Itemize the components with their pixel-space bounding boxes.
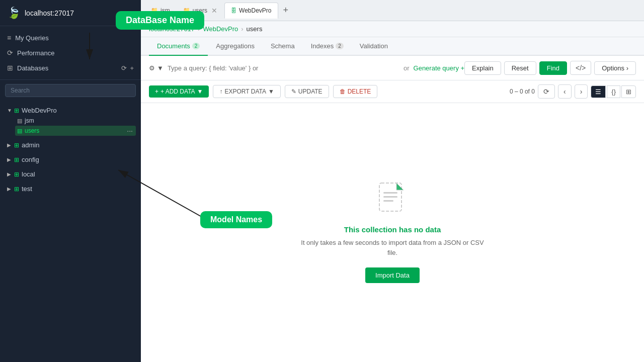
database-local-header[interactable]: ▶ ⊞ local — [5, 169, 136, 179]
query-input[interactable] — [168, 64, 404, 72]
breadcrumb-separator: › — [241, 25, 243, 33]
refresh-databases-icon[interactable]: ⟳ — [121, 64, 127, 72]
prev-page-button[interactable]: ‹ — [558, 84, 572, 99]
reset-button[interactable]: Reset — [504, 61, 536, 75]
databases-icon: ⊞ — [7, 64, 13, 72]
tab-aggregations[interactable]: Aggregations — [208, 37, 263, 56]
database-icon: ⊞ — [14, 142, 19, 149]
view-mode-buttons: ☰ {} ⊞ — [591, 85, 636, 98]
database-icon: ⊞ — [14, 107, 19, 114]
trash-icon: 🗑 — [340, 88, 346, 95]
collection-name-label: jsm — [25, 117, 34, 124]
tab-indexes[interactable]: Indexes 2 — [303, 37, 352, 56]
collection-options-icon[interactable]: ··· — [127, 127, 133, 135]
sidebar-navigation: ≡ My Queries ⟳ Performance ⊞ Databases ⟳… — [0, 26, 141, 80]
generate-query-link[interactable]: Generate query + — [414, 64, 465, 72]
connection-title: localhost:27017 — [25, 9, 126, 17]
delete-button[interactable]: 🗑 DELETE — [333, 85, 378, 98]
tab-webdevpro[interactable]: 🗄 WebDevPro — [224, 3, 278, 19]
database-test: ▶ ⊞ test — [0, 182, 141, 196]
new-tab-button[interactable]: + — [279, 5, 293, 16]
database-name-label: local — [22, 170, 35, 178]
plus-icon: + — [155, 88, 158, 95]
sidebar-item-label: Performance — [17, 49, 54, 57]
data-toolbar: + + ADD DATA ▼ ↑ EXPORT DATA ▼ ✎ UPDATE … — [141, 80, 644, 103]
indexes-badge: 2 — [336, 43, 344, 49]
database-admin-header[interactable]: ▶ ⊞ admin — [5, 140, 136, 150]
explain-button[interactable]: Explain — [464, 61, 501, 75]
empty-state: This collection has no data It only take… — [141, 103, 644, 362]
query-action-buttons: Explain Reset Find </> Options › — [464, 61, 636, 75]
database-test-header[interactable]: ▶ ⊞ test — [5, 184, 136, 194]
export-icon: ↑ — [219, 88, 222, 95]
filter-toggle-button[interactable]: ⚙ ▼ — [149, 64, 164, 72]
tab-validation[interactable]: Validation — [352, 37, 396, 56]
search-input[interactable] — [5, 84, 136, 97]
code-view-button[interactable]: </> — [570, 61, 591, 75]
sidebar-search-container — [0, 80, 141, 101]
tab-close-icon[interactable]: ✕ — [211, 7, 217, 15]
svg-rect-8 — [383, 196, 397, 198]
json-view-button[interactable]: {} — [607, 85, 620, 98]
tab-schema-label: Schema — [271, 42, 295, 50]
sidebar-item-databases[interactable]: ⊞ Databases ⟳ + — [0, 60, 141, 75]
data-toolbar-left: + + ADD DATA ▼ ↑ EXPORT DATA ▼ ✎ UPDATE … — [149, 85, 377, 98]
update-label: UPDATE — [298, 88, 323, 95]
database-config: ▶ ⊞ config — [0, 152, 141, 167]
tab-label: WebDevPro — [239, 7, 271, 14]
tab-indexes-label: Indexes — [311, 42, 334, 50]
list-view-button[interactable]: ☰ — [591, 85, 606, 98]
database-icon: ⊞ — [14, 171, 19, 178]
query-or-label: or — [404, 64, 410, 72]
database-icon: ⊞ — [14, 156, 19, 163]
performance-icon: ⟳ — [7, 49, 13, 57]
pagination-info: 0 – 0 of 0 — [510, 88, 535, 95]
tab-documents[interactable]: Documents 2 — [149, 37, 208, 56]
add-database-icon[interactable]: + — [130, 64, 134, 72]
database-config-header[interactable]: ▶ ⊞ config — [5, 154, 136, 165]
update-button[interactable]: ✎ UPDATE — [285, 85, 329, 98]
delete-label: DELETE — [348, 88, 371, 95]
empty-state-subtitle: It only takes a few seconds to import da… — [301, 238, 484, 257]
export-label: EXPORT DATA — [224, 88, 266, 95]
database-local: ▶ ⊞ local — [0, 167, 141, 182]
sidebar-tree: ▼ ⊞ WebDevPro ▤ jsm ▤ users ··· ▶ ⊞ — [0, 101, 141, 362]
chevron-right-icon: ▶ — [7, 157, 12, 162]
tab-schema[interactable]: Schema — [263, 37, 303, 56]
find-button[interactable]: Find — [539, 61, 567, 75]
query-bar: ⚙ ▼ or Generate query + Explain Reset Fi… — [141, 56, 644, 80]
data-toolbar-right: 0 – 0 of 0 ⟳ ‹ › ☰ {} ⊞ — [510, 84, 636, 99]
sidebar-item-label: Databases — [17, 64, 48, 72]
sidebar-item-my-queries[interactable]: ≡ My Queries — [0, 30, 141, 45]
table-view-button[interactable]: ⊞ — [621, 85, 636, 98]
model-names-annotation: Model Names — [200, 211, 272, 228]
options-button[interactable]: Options › — [594, 61, 636, 75]
filter-dropdown-icon: ▼ — [157, 64, 164, 72]
database-webdevpro-header[interactable]: ▼ ⊞ WebDevPro — [5, 105, 136, 116]
tab-documents-label: Documents — [157, 42, 190, 50]
sidebar: 🍃 localhost:27017 ... ≡ My Queries ⟳ Per… — [0, 0, 141, 362]
empty-document-icon — [377, 182, 408, 217]
breadcrumb-db-link[interactable]: WebDevPro — [203, 25, 238, 33]
collection-users[interactable]: ▤ users ··· — [15, 126, 136, 136]
filter-icon: ⚙ — [149, 64, 155, 72]
sidebar-item-performance[interactable]: ⟳ Performance — [0, 45, 141, 60]
svg-rect-7 — [383, 192, 397, 194]
database-name-label: config — [22, 156, 39, 163]
svg-rect-9 — [383, 200, 393, 202]
database-name-annotation: DataBase Name — [116, 11, 204, 30]
chevron-down-icon: ▼ — [7, 108, 12, 113]
tab-bar: 📁 jsm 📁 users ✕ 🗄 WebDevPro + — [141, 0, 644, 21]
tab-validation-label: Validation — [360, 42, 388, 50]
add-data-button[interactable]: + + ADD DATA ▼ — [149, 85, 209, 98]
database-name-label: WebDevPro — [22, 107, 57, 114]
collection-name-label: users — [25, 127, 39, 134]
queries-icon: ≡ — [7, 34, 11, 42]
import-data-button[interactable]: Import Data — [365, 267, 420, 283]
refresh-button[interactable]: ⟳ — [538, 84, 555, 99]
export-data-button[interactable]: ↑ EXPORT DATA ▼ — [213, 85, 280, 98]
next-page-button[interactable]: › — [575, 84, 588, 99]
sidebar-item-label: My Queries — [15, 34, 48, 42]
empty-state-title: This collection has no data — [344, 225, 441, 234]
collection-jsm[interactable]: ▤ jsm — [15, 116, 136, 126]
